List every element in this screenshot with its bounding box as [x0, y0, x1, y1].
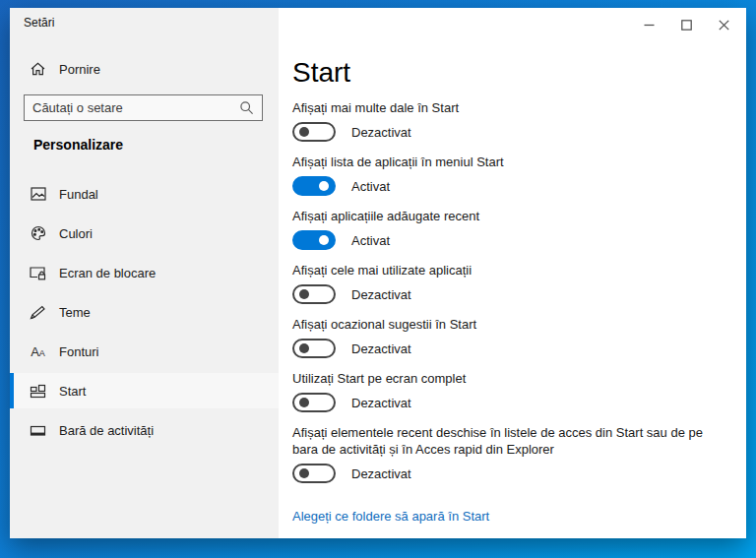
lock-screen-icon	[30, 266, 46, 280]
sidebar-section-heading: Personalizare	[33, 137, 123, 153]
choose-folders-link[interactable]: Alegeți ce foldere să apară în Start	[292, 509, 489, 524]
setting-label: Afișați lista de aplicații în meniul Sta…	[292, 154, 726, 170]
toggle-status: Activat	[351, 233, 390, 248]
sidebar-item-label: Culori	[59, 226, 93, 241]
setting-label: Afișați elementele recent deschise în li…	[292, 424, 726, 458]
toggle-suggestions[interactable]	[292, 339, 336, 358]
setting-recently-added: Afișați aplicațiile adăugate recent Acti…	[292, 208, 726, 250]
setting-label: Afișați ocazional sugestii în Start	[292, 316, 726, 333]
search-placeholder: Căutați o setare	[32, 100, 123, 115]
sidebar-item-teme[interactable]: Teme	[10, 294, 279, 330]
toggle-app-list[interactable]	[292, 176, 336, 196]
main-panel: Start Afișați mai multe dale în Start De…	[279, 8, 746, 538]
toggle-status: Dezactivat	[351, 466, 411, 481]
setting-suggestions: Afișați ocazional sugestii în Start Deza…	[292, 316, 726, 358]
setting-more-tiles: Afișați mai multe dale în Start Dezactiv…	[292, 99, 726, 142]
sidebar-item-ecran-de-blocare[interactable]: Ecran de blocare	[10, 255, 279, 290]
sidebar-item-start[interactable]: Start	[10, 373, 279, 408]
maximize-icon	[681, 20, 692, 31]
setting-label: Afișați mai multe dale în Start	[292, 99, 726, 116]
sidebar-item-bara-de-activitati[interactable]: Bară de activități	[10, 412, 279, 448]
toggle-status: Dezactivat	[351, 287, 411, 302]
page-title: Start	[292, 56, 726, 90]
search-input[interactable]: Căutați o setare	[24, 94, 263, 121]
toggle-status: Dezactivat	[351, 341, 411, 356]
setting-label: Utilizați Start pe ecran complet	[292, 370, 726, 387]
sidebar-item-culori[interactable]: Culori	[10, 216, 279, 251]
setting-recent-items: Afișați elementele recent deschise în li…	[292, 424, 726, 483]
setting-most-used: Afișați cele mai utilizate aplicații Dez…	[292, 262, 726, 304]
sidebar-item-label: Fonturi	[59, 344, 98, 359]
maximize-button[interactable]	[667, 12, 705, 37]
toggle-more-tiles[interactable]	[292, 122, 336, 142]
setting-label: Afișați aplicațiile adăugate recent	[292, 208, 726, 224]
toggle-status: Dezactivat	[351, 396, 411, 410]
toggle-recent-items[interactable]	[292, 464, 336, 483]
sidebar-item-fundal[interactable]: Fundal	[10, 176, 279, 212]
search-icon	[239, 100, 254, 115]
window-controls	[630, 12, 742, 37]
setting-label: Afișați cele mai utilizate aplicații	[292, 262, 726, 279]
themes-icon	[30, 305, 46, 320]
palette-icon	[30, 225, 46, 241]
start-tiles-icon	[30, 384, 46, 399]
sidebar: Setări Pornire Căutați o setare Personal…	[10, 8, 279, 538]
toggle-status: Activat	[351, 179, 390, 194]
toggle-fullscreen-start[interactable]	[292, 393, 336, 412]
sidebar-item-fonturi[interactable]: AA Fonturi	[10, 334, 279, 369]
toggle-status: Dezactivat	[351, 125, 411, 140]
minimize-button[interactable]	[630, 12, 667, 37]
sidebar-item-home-label: Pornire	[59, 62, 100, 77]
sidebar-item-label: Fundal	[59, 187, 98, 202]
sidebar-item-label: Start	[59, 384, 86, 399]
sidebar-item-label: Bară de activități	[59, 423, 154, 438]
close-icon	[719, 20, 729, 31]
toggle-recently-added[interactable]	[292, 230, 336, 250]
toggle-most-used[interactable]	[292, 284, 336, 304]
sidebar-item-home[interactable]: Pornire	[10, 51, 279, 87]
close-button[interactable]	[705, 12, 742, 37]
window-title: Setări	[24, 16, 54, 30]
home-icon	[30, 61, 46, 77]
background-image-icon	[30, 187, 46, 201]
settings-window: Setări Pornire Căutați o setare Personal…	[10, 8, 746, 538]
setting-app-list: Afișați lista de aplicații în meniul Sta…	[292, 154, 726, 196]
fonts-icon: AA	[30, 345, 46, 358]
sidebar-nav: Fundal Culori	[10, 176, 279, 452]
taskbar-icon	[30, 424, 46, 437]
sidebar-item-label: Teme	[59, 305, 91, 320]
setting-fullscreen-start: Utilizați Start pe ecran complet Dezacti…	[292, 370, 726, 412]
sidebar-item-label: Ecran de blocare	[59, 266, 156, 280]
minimize-icon	[644, 20, 655, 31]
